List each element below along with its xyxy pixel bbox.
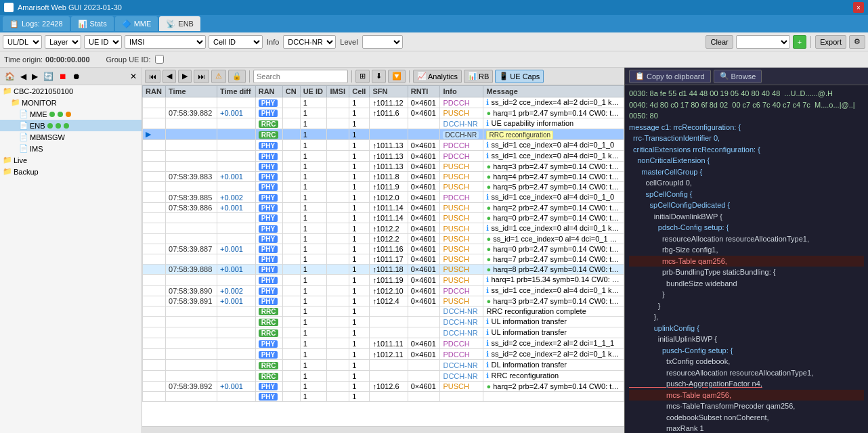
table-row[interactable]: PHY11↑1011.130×4601PDCCHℹ ss_id=1 cce_in… [143,151,624,162]
sidebar-item-live[interactable]: 📁 Live [0,154,142,166]
table-row[interactable]: PHY11↑1011.170×4601PUSCH● harq=7 prb=2.4… [143,254,624,265]
clear-button[interactable]: Clear [706,35,733,49]
sidebar-item-root[interactable]: 📁 CBC-2021050100 [0,85,142,97]
table-row[interactable]: 07:58:39.885+0.002PHY11↑1012.00×4601PDCC… [143,192,624,203]
table-row[interactable]: PHY11↑1012.110×4601PDCCHℹ ss_id=2 cce_in… [143,349,624,360]
table-row[interactable]: RRC11DCCH-NRℹ UL information transfer [143,317,624,327]
table-row[interactable]: PHY11↑1011.110×4601PDCCHℹ ss_id=2 cce_in… [143,338,624,349]
nav-next-button[interactable]: ▶ [178,70,192,83]
add-button[interactable]: + [793,35,806,49]
table-row[interactable]: 07:58:39.890+0.002PHY11↑1012.100×4601PDC… [143,286,624,296]
export-button[interactable]: Export [815,35,846,49]
analytics-button[interactable]: 📈 Analytics [413,70,462,83]
rb-button[interactable]: 📊 RB [464,70,493,83]
table-row[interactable]: 07:58:39.882+0.001PHY11↑1011.60×4601PUSC… [143,108,624,118]
table-row[interactable]: RRC11DCCH-NRRRC reconfiguration complete [143,306,624,317]
table-row[interactable]: 07:58:39.888+0.001PHY11↑1011.180×4601PUS… [143,265,624,275]
ran-badge: PHY [259,142,278,150]
lock-button[interactable]: 🔒 [228,70,246,83]
cell-ran-badge: PHY [255,244,282,254]
sidebar-item-enb[interactable]: 📄 ENB [0,120,142,131]
table-row[interactable]: PHY11 [143,392,624,402]
table-row[interactable]: 07:58:39.887+0.001PHY11↑1011.160×4601PUS… [143,244,624,254]
horizontal-scrollbar[interactable] [142,426,624,433]
record-button[interactable]: ⏺ [70,71,83,82]
close-sidebar-button[interactable]: ✕ [128,71,139,82]
imsi-select[interactable]: IMSI [125,35,206,49]
cell-sfn [370,306,408,317]
table-row[interactable]: 07:58:39.892+0.001PHY11↑1012.60×4601PUSC… [143,382,624,392]
table-row[interactable]: 07:58:39.891+0.001PHY11↑1012.40×4601PUSC… [143,296,624,306]
ue-caps-button[interactable]: 📱 UE Caps [495,70,544,83]
nav-last-button[interactable]: ⏭ [194,70,209,83]
refresh-button[interactable]: 🔄 [41,71,56,82]
table-row[interactable]: RRC11DCCH-NRℹ RRC reconfiguration [143,371,624,382]
cell-imsi [327,349,349,360]
download-button[interactable]: ⬇ [372,70,386,83]
table-row[interactable]: PHY11↑1011.90×4601PUSCH● harq=5 prb=2.47… [143,182,624,192]
table-row[interactable]: 07:58:39.883+0.001PHY11↑1011.80×4601PUSC… [143,172,624,182]
cell-time-diff [217,97,256,108]
sidebar-item-ims[interactable]: 📄 IMS [0,143,142,154]
tab-bar: 📋 Logs: 22428 📊 Stats 🔷 MME 📡 ENB [0,15,868,32]
info-value: PUSCH [443,214,469,222]
tab-stats[interactable]: 📊 Stats [71,16,114,31]
sidebar-item-mme[interactable]: 📄 MME [0,108,142,120]
table-row[interactable]: PHY11↑1011.140×4601PUSCH● harq=0 prb=2.4… [143,213,624,223]
sidebar-item-backup[interactable]: 📁 Backup [0,166,142,177]
cell-ran-badge: RRC [255,327,282,338]
info-select[interactable]: DCCH-NRAll [283,35,336,49]
filter-button[interactable]: 🔽 [388,70,406,83]
message-text: ss_id=2 cce_index=4 al=2 dci=0_1 k2=6 [492,98,624,106]
cell-ran-badge: RRC [255,118,282,129]
group-ue-checkbox[interactable] [155,55,164,64]
cell-cell: 1 [349,275,370,286]
back-button[interactable]: ◀ [18,71,28,82]
table-row[interactable]: RRC11DCCH-NRℹ DL information transfer [143,360,624,371]
table-row[interactable]: ▶RRC11DCCH-NRRRC reconfiguration [143,129,624,140]
tab-mme[interactable]: 🔷 MME [115,16,158,31]
tab-enb[interactable]: 📡 ENB [159,16,200,31]
nav-prev-button[interactable]: ◀ [162,70,176,83]
message-text: harq=1 prb=15.34 symb=0.14 CW0: tb_len=2… [492,275,624,283]
ul-dl-select[interactable]: UL/DLULDL [3,35,42,49]
sidebar-item-mbmsgw[interactable]: 📄 MBMSGW [0,131,142,143]
table-row[interactable]: RRC11DCCH-NRℹ UE capability information [143,118,624,129]
close-button[interactable]: × [853,2,864,13]
table-row[interactable]: RRC11DCCH-NRℹ UL information transfer [143,327,624,338]
warning-button[interactable]: ⚠ [211,70,226,83]
table-row[interactable]: PHY11↑1012.20×4601PUSCHℹ ss_id=1 cce_ind… [143,223,624,234]
cell-message: ● harq=2 prb=2.47 symb=0.14 CW0: tb_len=… [483,203,624,213]
table-row[interactable]: PHY11↑1011.130×4601PUSCH● harq=3 prb=2.4… [143,162,624,172]
home-button[interactable]: 🏠 [3,71,17,82]
cell-ran-badge: RRC [255,317,282,327]
nav-first-button[interactable]: ⏮ [145,70,160,83]
browse-button[interactable]: 🔍 Browse [714,70,762,83]
cell-time-diff [217,151,256,162]
cell-id-select[interactable]: Cell ID [209,35,263,49]
table-row[interactable]: PHY11↑1011.120×4601PDCCHℹ ss_id=2 cce_in… [143,97,624,108]
level-select[interactable] [362,35,403,49]
forward-button[interactable]: ▶ [30,71,40,82]
table-row[interactable]: PHY11↑1011.130×4601PDCCHℹ ss_id=1 cce_in… [143,140,624,151]
message-table-container[interactable]: RAN Time Time diff RAN CN UE ID IMSI Cel… [142,85,624,426]
copy-clipboard-button[interactable]: 📋 Copy to clipboard [629,70,711,83]
col-cell: Cell [349,86,370,97]
table-row[interactable]: 07:58:39.886+0.001PHY11↑1011.140×4601PUS… [143,203,624,213]
cell-time-diff [217,349,256,360]
stop-button[interactable]: ⏹ [57,71,69,82]
settings-button[interactable]: ⚙ [849,35,865,49]
ran-badge: PHY [259,204,278,212]
tab-logs[interactable]: 📋 Logs: 22428 [3,16,70,31]
table-view-button[interactable]: ⊞ [355,70,370,83]
search-input[interactable] [253,70,348,83]
sidebar-item-monitor[interactable]: 📁 MONITOR [0,97,142,108]
clear-select[interactable] [736,35,790,49]
ue-id-select[interactable]: UE ID [84,35,122,49]
code-line: maxRank 1 [629,423,864,433]
cell-rnti: 0×4601 [408,244,440,254]
layer-select[interactable]: Layer [45,35,81,49]
info-icon: ℹ [486,152,491,160]
table-row[interactable]: PHY11↑1012.20×4601PUSCH● ss_id=1 cce_ind… [143,234,624,244]
table-row[interactable]: PHY11↑1011.190×4601PUSCHℹ harq=1 prb=15.… [143,275,624,286]
